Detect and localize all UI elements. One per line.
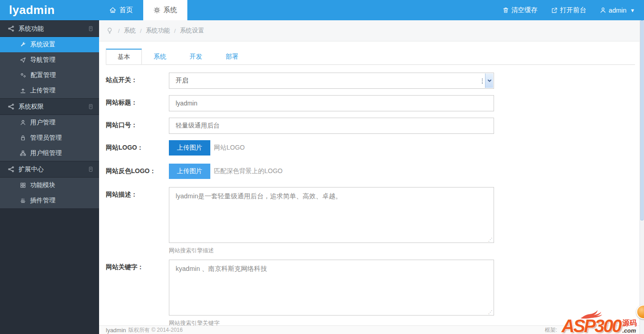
cogs-icon	[20, 72, 27, 78]
breadcrumb-separator: /	[118, 27, 120, 34]
sidebar-item-admin-management[interactable]: 管理员管理	[0, 130, 99, 146]
grid-icon	[20, 182, 26, 188]
top-nav-label: 首页	[119, 6, 133, 14]
sidebar-item-user-management[interactable]: 用户管理	[0, 115, 99, 130]
field-label: 网站关键字：	[106, 260, 169, 325]
form-row-site-description: 网站描述： lyadmin是一套轻量级通用后台，追求简单、高效、卓越。 ⋰ 网站…	[106, 187, 635, 255]
breadcrumb: / 系统 / 系统功能 / 系统设置	[99, 20, 639, 41]
gear-icon	[154, 7, 160, 14]
sidebar-item-usergroup-management[interactable]: 用户组管理	[0, 146, 99, 161]
upload-inverse-logo-button[interactable]: 上传图片	[169, 164, 210, 179]
sidebar-item-function-modules[interactable]: 功能模块	[0, 178, 99, 193]
pin-icon[interactable]	[88, 25, 94, 32]
sidebar-item-nav-management[interactable]: 导航管理	[0, 52, 99, 68]
sidebar-group-label: 系统权限	[18, 103, 44, 111]
select-value: 开启	[176, 77, 188, 85]
user-menu-label: admin	[609, 7, 627, 14]
site-slogan-input[interactable]	[169, 118, 494, 134]
select-grip-dots	[482, 78, 483, 84]
tab-basic[interactable]: 基本	[106, 49, 142, 64]
breadcrumb-separator: /	[140, 27, 142, 34]
upload-logo-button[interactable]: 上传图片	[169, 140, 210, 156]
scrollbar-thumb[interactable]	[640, 20, 644, 220]
sidebar-item-plugin-management[interactable]: 插件管理	[0, 193, 99, 208]
breadcrumb-item[interactable]: 系统功能	[146, 27, 170, 35]
top-bar: lyadmin 首页 系统 清空缓存	[0, 0, 644, 20]
site-description-textarea[interactable]: lyadmin是一套轻量级通用后台，追求简单、高效、卓越。	[169, 187, 494, 243]
field-label: 网站LOGO：	[106, 140, 169, 156]
sidebar-group-system-permissions[interactable]: 系统权限	[0, 98, 99, 115]
chevron-down-icon[interactable]	[485, 73, 493, 88]
share-icon	[8, 25, 14, 32]
wrench-icon	[20, 41, 26, 48]
settings-tab-bar: 基本 系统 开发 部署	[106, 49, 635, 65]
field-label: 网站口号：	[106, 118, 169, 134]
sidebar-group-items: 系统设置 导航管理 配置管理	[0, 37, 99, 98]
sidebar-group-items: 功能模块 插件管理	[0, 178, 99, 208]
sidebar-item-label: 导航管理	[30, 56, 55, 64]
sidebar-item-label: 管理员管理	[30, 134, 62, 142]
tab-deploy[interactable]: 部署	[214, 49, 250, 64]
user-menu[interactable]: admin ▼	[600, 7, 635, 14]
breadcrumb-item[interactable]: 系统设置	[180, 27, 204, 35]
upload-caption: 匹配深色背景上的LOGO	[214, 167, 282, 175]
sidebar-group-system-functions[interactable]: 系统功能	[0, 20, 99, 37]
tab-system[interactable]: 系统	[142, 49, 178, 64]
upload-icon	[20, 87, 26, 94]
top-nav-item-system[interactable]: 系统	[143, 0, 187, 20]
footer-bar: lyadmin 版权所有 © 2014-2016 框架:	[99, 325, 639, 334]
form-row-site-logo: 网站LOGO： 上传图片 网站LOGO	[106, 140, 635, 156]
sidebar-group-extension-center[interactable]: 扩展中心	[0, 161, 99, 178]
form-row-site-title: 网站标题：	[106, 95, 635, 111]
vertical-scrollbar[interactable]	[639, 20, 644, 334]
sidebar-item-label: 配置管理	[31, 71, 56, 79]
pin-icon[interactable]	[88, 166, 94, 173]
footer-brand: lyadmin	[106, 327, 126, 334]
sidebar-item-label: 用户管理	[30, 119, 55, 127]
pin-icon[interactable]	[88, 103, 94, 110]
form-row-site-keywords: 网站关键字： kyadmin 、南京科斯克网络科技 ⋰ 网站搜索引擎关键字	[106, 260, 635, 325]
sidebar: 系统功能 系统设置 导航管理	[0, 20, 99, 334]
open-frontend-button[interactable]: 打开前台	[551, 6, 586, 14]
site-switch-select[interactable]: 开启	[169, 73, 494, 89]
upload-caption: 网站LOGO	[214, 144, 245, 152]
top-actions: 清空缓存 打开前台 admin ▼	[503, 0, 644, 20]
form-row-site-switch: 站点开关： 开启	[106, 73, 635, 89]
top-action-label: 清空缓存	[512, 6, 538, 14]
sidebar-item-upload-management[interactable]: 上传管理	[0, 83, 99, 98]
top-action-label: 打开前台	[560, 6, 586, 14]
field-label: 网站描述：	[106, 187, 169, 255]
external-link-icon	[551, 7, 558, 14]
clear-cache-button[interactable]: 清空缓存	[503, 6, 538, 14]
field-label: 网站反色LOGO：	[106, 164, 169, 180]
site-keywords-textarea[interactable]: kyadmin 、南京科斯克网络科技	[169, 260, 494, 316]
field-hint: 网站搜索引擎描述	[169, 247, 494, 255]
sidebar-item-config-management[interactable]: 配置管理	[0, 68, 99, 83]
sidebar-group-label: 扩展中心	[18, 165, 44, 174]
share-icon	[8, 166, 14, 173]
share-icon	[8, 103, 14, 110]
field-label: 站点开关：	[106, 73, 169, 89]
sidebar-item-system-settings[interactable]: 系统设置	[0, 37, 99, 52]
brand-logo[interactable]: lyadmin	[0, 0, 99, 20]
tab-develop[interactable]: 开发	[178, 49, 214, 64]
breadcrumb-item[interactable]: 系统	[124, 27, 136, 35]
lightbulb-icon	[106, 27, 114, 34]
footer-copyright: 版权所有 © 2014-2016	[128, 326, 183, 334]
lock-icon	[20, 135, 26, 141]
sidebar-item-label: 用户组管理	[30, 149, 62, 157]
top-nav: 首页 系统	[99, 0, 187, 20]
field-label: 网站标题：	[106, 95, 169, 111]
site-title-input[interactable]	[169, 95, 494, 111]
top-nav-label: 系统	[163, 6, 177, 14]
sidebar-group-items: 用户管理 管理员管理 用户组管理	[0, 115, 99, 161]
user-icon	[600, 7, 606, 14]
sidebar-item-label: 系统设置	[30, 41, 55, 49]
sidebar-item-label: 插件管理	[30, 197, 55, 205]
form-row-site-slogan: 网站口号：	[106, 118, 635, 134]
main-area: / 系统 / 系统功能 / 系统设置 基本 系统 开发 部署 站点开关：	[99, 20, 639, 334]
caret-down-icon: ▼	[630, 8, 635, 13]
top-nav-item-home[interactable]: 首页	[99, 0, 143, 20]
plug-icon	[20, 197, 26, 204]
compass-icon	[20, 57, 26, 63]
